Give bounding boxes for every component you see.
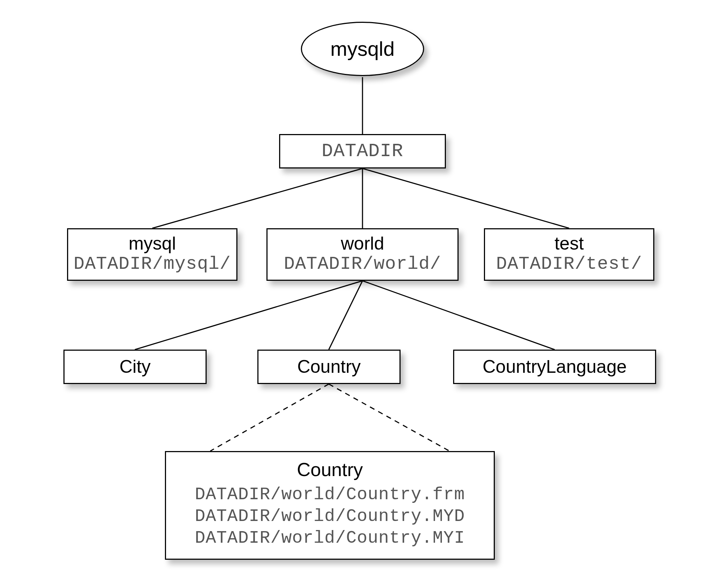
node-db-world-name: world <box>268 234 457 254</box>
svg-line-6 <box>362 281 555 350</box>
node-country-files-title: Country <box>177 459 483 480</box>
svg-line-7 <box>210 384 329 451</box>
svg-line-3 <box>362 168 569 228</box>
node-table-city-label: City <box>119 357 150 377</box>
diagram-canvas: mysqld DATADIR mysql DATADIR/mysql/ worl… <box>0 0 725 588</box>
node-db-test: test DATADIR/test/ <box>484 228 654 281</box>
node-db-mysql-path: DATADIR/mysql/ <box>68 254 236 275</box>
svg-line-1 <box>152 168 362 228</box>
node-table-city: City <box>63 350 207 384</box>
node-db-world: world DATADIR/world/ <box>266 228 459 281</box>
svg-line-5 <box>329 281 362 350</box>
node-table-country-label: Country <box>297 357 361 377</box>
node-datadir-label: DATADIR <box>322 141 403 162</box>
node-db-test-path: DATADIR/test/ <box>485 254 653 275</box>
node-mysqld: mysqld <box>301 22 424 76</box>
node-db-mysql-name: mysql <box>68 234 236 254</box>
svg-line-8 <box>329 384 450 451</box>
node-db-test-name: test <box>485 234 653 254</box>
node-table-countrylanguage: CountryLanguage <box>453 350 656 384</box>
country-file-myi: DATADIR/world/Country.MYI <box>195 527 465 549</box>
node-country-files: Country DATADIR/world/Country.frm DATADI… <box>165 451 495 560</box>
node-table-countrylanguage-label: CountryLanguage <box>482 357 627 377</box>
svg-line-4 <box>135 281 362 350</box>
node-db-world-path: DATADIR/world/ <box>268 254 457 275</box>
node-datadir: DATADIR <box>279 134 446 168</box>
node-db-mysql: mysql DATADIR/mysql/ <box>67 228 237 281</box>
node-mysqld-label: mysqld <box>330 38 394 60</box>
node-table-country: Country <box>257 350 401 384</box>
country-file-myd: DATADIR/world/Country.MYD <box>195 505 465 527</box>
country-file-frm: DATADIR/world/Country.frm <box>195 484 465 505</box>
